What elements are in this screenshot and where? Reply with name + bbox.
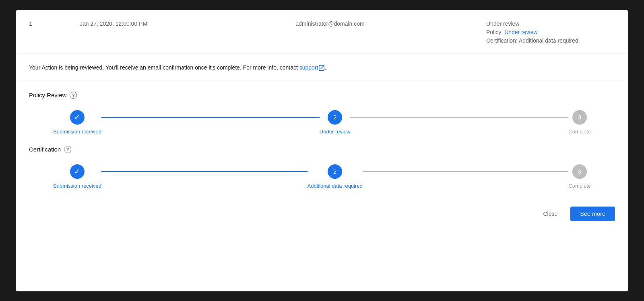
policy-step-3-number: 3 [578,114,581,121]
header-row: 1 Jan 27, 2020, 12:00:00 PM administrato… [16,10,628,53]
dialog: 1 Jan 27, 2020, 12:00:00 PM administrato… [16,10,628,291]
policy-step-1: ✓ Submission received [53,110,101,135]
info-text-after: . [324,64,326,71]
certification-stepper: ✓ Submission received 2 Additional data … [29,164,615,189]
policy-review-stepper: ✓ Submission received 2 Under review 3 C… [29,110,615,135]
row-number: 1 [29,20,53,28]
submission-date: Jan 27, 2020, 12:00:00 PM [53,20,174,28]
cert-step-3: 3 Complete [568,164,591,189]
info-text-before: Your Action is being reviewed. You'll re… [29,64,299,71]
certification-label: Certification ? [29,146,615,153]
policy-label: Policy: [486,29,503,35]
cert-checkmark-icon: ✓ [74,167,80,176]
cert-status-value: Additional data required [519,37,578,44]
status-column: Under review Policy: Under review Certif… [486,20,615,45]
footer-row: Close See more [16,200,628,231]
cert-label: Certification: [486,37,518,44]
info-text: Your Action is being reviewed. You'll re… [29,63,615,72]
certification-text: Certification [29,146,61,153]
policy-step-2-number: 2 [333,114,336,121]
cert-step-2-number: 2 [333,168,336,175]
policy-status-link[interactable]: Under review [504,29,537,35]
policy-review-help-icon[interactable]: ? [70,92,77,99]
cert-line-2 [363,171,569,172]
policy-step-2: 2 Under review [320,110,351,135]
policy-step-2-circle: 2 [328,110,342,125]
cert-status-row: Certification: Additional data required [486,37,615,45]
status-title: Under review [486,20,615,28]
cert-step-1-circle: ✓ [70,164,85,179]
cert-step-2: 2 Additional data required [308,164,363,189]
cert-step-3-label: Complete [568,183,591,189]
cert-step-2-circle: 2 [328,164,342,179]
cert-line-1 [101,171,308,172]
cert-step-2-label: Additional data required [308,183,363,189]
cert-step-3-number: 3 [578,168,581,175]
certification-help-icon[interactable]: ? [64,146,71,153]
policy-step-1-label: Submission received [53,129,101,135]
cert-step-3-circle: 3 [572,164,587,179]
info-section: Your Action is being reviewed. You'll re… [16,53,628,80]
policy-line-1 [101,117,320,118]
policy-review-section: Policy Review ? ✓ Submission received 2 … [16,80,628,146]
see-more-button[interactable]: See more [570,207,615,221]
policy-step-3: 3 Complete [568,110,591,135]
policy-step-3-label: Complete [568,129,591,135]
email-address: administrator@domain.com [174,20,486,28]
certification-section: Certification ? ✓ Submission received 2 … [16,146,628,200]
policy-review-label: Policy Review ? [29,92,615,99]
policy-step-1-circle: ✓ [70,110,85,125]
support-link[interactable]: support [299,64,318,71]
policy-line-2 [350,117,568,118]
policy-status-row: Policy: Under review [486,28,615,37]
external-link-icon [319,65,324,71]
policy-step-3-circle: 3 [572,110,587,125]
checkmark-icon: ✓ [74,113,80,122]
close-button[interactable]: Close [537,207,564,220]
policy-review-text: Policy Review [29,92,66,98]
policy-step-2-label: Under review [320,129,351,135]
cert-step-1-label: Submission received [53,183,101,189]
cert-step-1: ✓ Submission received [53,164,101,189]
